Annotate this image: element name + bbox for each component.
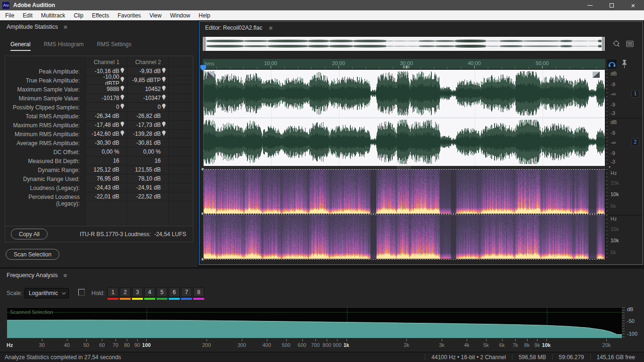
marker-pin-icon[interactable] [119,130,125,138]
minimize-button[interactable] [579,0,601,10]
channel-badge-1[interactable]: 1 [631,90,639,98]
amplitude-ruler[interactable]: dB-9-∞-9-31dB-9-∞-9-32 [605,70,643,166]
selection-handle-right[interactable] [593,72,600,78]
marker-pin-icon[interactable] [161,67,167,75]
frequency-graph[interactable]: Scanned Selection [7,307,622,338]
spectral-selection-handle[interactable] [201,258,204,261]
stat-value: -26,34 dB [88,113,119,119]
editor-panel-menu-icon[interactable]: ≡ [269,25,272,31]
menu-item-edit[interactable]: Edit [18,11,37,20]
restore-button[interactable] [601,0,622,10]
spectral-selection-handle[interactable] [201,212,204,215]
close-button[interactable]: × [622,0,644,10]
editor-tab-title[interactable]: Editor: Recoil02A2.flac [205,25,262,31]
timeline-minor-tick [420,67,421,69]
stats-row: Dynamic Range:125,12 dB121,55 dB [5,165,193,174]
divider-grip-icon[interactable] [397,166,411,168]
menu-item-view[interactable]: View [145,11,166,20]
waveform-canvas[interactable] [203,70,605,166]
app-logo-icon: Au [2,2,9,9]
stat-label: Minimum Sample Value: [5,94,85,103]
menu-item-clip[interactable]: Clip [69,11,88,20]
marker-pin-icon[interactable] [161,121,167,129]
overview-right-handle[interactable] [602,37,605,51]
timeline-minor-tick [366,67,366,69]
timeline-ruler[interactable]: hms 10:0020:0030:0040:0050:00 [203,59,605,69]
zoom-selection-icon[interactable] [612,40,621,48]
spectrogram-channel-2[interactable] [203,215,605,259]
ruler-label: 10k [611,238,619,243]
channel-badge-2[interactable]: 2 [631,139,639,146]
hold-button-6[interactable]: 6 [169,288,180,297]
marker-pin-icon[interactable] [161,103,167,111]
frequency-ruler[interactable]: Hz15k10k5kHz15k10k5k [605,169,643,260]
panel-menu-icon[interactable]: ≡ [63,272,67,279]
overview-waveform[interactable] [206,37,602,51]
menu-item-file[interactable]: File [1,11,18,20]
marker-pin-icon[interactable] [119,76,125,84]
marquee-selection-icon[interactable] [78,289,85,296]
menu-item-favorites[interactable]: Favorites [114,11,145,20]
hold-button-5[interactable]: 5 [157,288,167,297]
stat-value: 125,12 dB [88,166,119,173]
file-size: 596,58 MB [512,354,552,361]
menu-item-multitrack[interactable]: Multitrack [37,11,69,20]
spectral-display[interactable] [203,169,605,260]
timeline-minor-tick [488,67,488,69]
tab-rms-histogram[interactable]: RMS Histogram [44,41,84,51]
stat-value-ch2: 16 [127,156,168,165]
hz-tick-label: 5k [483,342,489,348]
timeline-minor-tick [461,67,461,69]
monitor-headphones-button[interactable] [607,59,617,69]
overview-navigator[interactable] [202,36,605,51]
hold-button-2[interactable]: 2 [120,288,131,297]
scale-dropdown[interactable]: Logarithmic [25,288,69,298]
column-header-label: Channel 2 [129,57,167,66]
hold-button-7[interactable]: 7 [181,288,192,297]
marker-pin-icon[interactable] [119,67,125,75]
ruler-label: dB [611,119,617,125]
spectral-selection-handle[interactable] [201,168,204,171]
panel-menu-icon[interactable]: ≡ [64,24,67,30]
marker-pin-icon[interactable] [119,85,125,93]
marker-pin-icon[interactable] [119,103,125,111]
app-window: Au Adobe Audition × FileEditMultitrackCl… [0,0,644,362]
tab-rms-settings[interactable]: RMS Settings [97,41,131,51]
menu-item-effects[interactable]: Effects [88,11,113,20]
marker-pin-icon[interactable] [119,94,125,102]
ruler-label: -∞ [611,140,616,145]
marker-pin-icon[interactable] [119,121,125,129]
menu-item-help[interactable]: Help [194,11,215,20]
stats-filler [168,103,193,112]
selection-border [203,169,605,170]
scan-selection-button[interactable]: Scan Selection [6,249,59,260]
ruler-label: -9 [611,102,615,107]
waveform-display[interactable] [203,70,605,166]
hold-button-4[interactable]: 4 [144,288,155,297]
frequency-curve-canvas[interactable] [7,308,622,338]
stat-value-ch2: -10347 [127,94,168,103]
selection-handle-left[interactable] [207,72,215,78]
hold-button-3[interactable]: 3 [132,288,143,297]
hz-tick-label: 7k [512,342,518,348]
marker-pin-icon[interactable] [161,130,167,138]
spectrogram-channel-1[interactable] [203,170,605,214]
hold-button-1[interactable]: 1 [107,288,118,297]
marker-pin-icon[interactable] [161,76,167,84]
marker-pin-icon[interactable] [161,85,167,93]
hz-tick [442,339,442,341]
marker-pin-icon[interactable] [161,94,167,102]
pin-icon[interactable] [621,59,627,69]
collapse-arrow-icon[interactable]: ▾ [609,165,611,169]
overview-left-handle[interactable] [203,37,206,51]
panel-split-divider[interactable] [203,166,605,169]
copy-all-button[interactable]: Copy All [11,229,48,239]
tab-general[interactable]: General [10,41,31,51]
menu-item-window[interactable]: Window [166,11,195,20]
stats-filler [168,76,193,85]
levels-list-icon[interactable] [626,40,634,48]
hold-color-bar [132,298,143,300]
stats-filler [168,67,193,76]
hz-tick [137,339,138,341]
hold-button-8[interactable]: 8 [193,288,204,297]
